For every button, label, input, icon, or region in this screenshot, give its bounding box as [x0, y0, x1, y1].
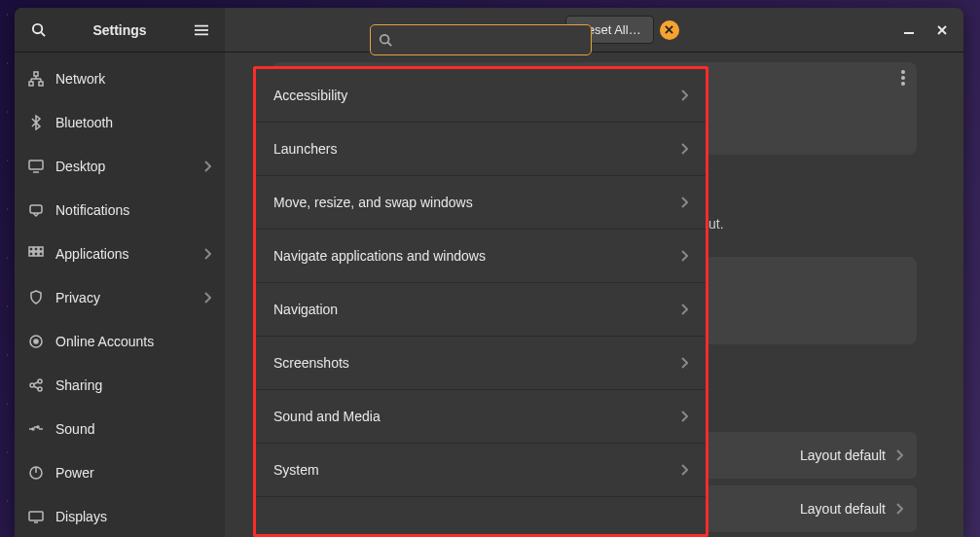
svg-rect-2	[195, 24, 208, 26]
chevron-right-icon	[895, 503, 903, 515]
chevron-right-icon	[203, 161, 211, 172]
category-row-navigation[interactable]: Navigation	[256, 283, 706, 337]
search-row	[241, 14, 720, 66]
svg-point-25	[38, 387, 42, 391]
sidebar-item-power[interactable]: Power	[15, 450, 225, 494]
minimize-button[interactable]	[895, 17, 923, 44]
svg-rect-18	[29, 252, 33, 256]
sidebar-item-label: Sound	[55, 421, 211, 437]
svg-rect-3	[195, 29, 208, 31]
svg-rect-20	[39, 252, 43, 256]
search-input[interactable]	[398, 32, 583, 48]
chevron-right-icon	[680, 411, 688, 422]
shortcut-categories-popover: Accessibility Launchers Move, resize, an…	[241, 8, 720, 537]
sidebar-item-online-accounts[interactable]: Online Accounts	[15, 319, 225, 363]
sidebar-item-privacy[interactable]: Privacy	[15, 275, 225, 319]
sidebar-item-desktop[interactable]: Desktop	[15, 144, 225, 188]
apps-icon	[28, 246, 44, 262]
sidebar-item-label: Network	[55, 71, 211, 87]
chevron-right-icon	[203, 292, 211, 304]
sidebar-item-label: Online Accounts	[55, 334, 211, 349]
category-label: Sound and Media	[273, 409, 680, 424]
displays-icon	[28, 509, 44, 524]
svg-point-31	[32, 428, 34, 430]
category-row-launchers[interactable]: Launchers	[256, 123, 706, 176]
svg-rect-17	[39, 247, 43, 251]
category-row-move-resize-and-swap-windows[interactable]: Move, resize, and swap windows	[256, 176, 706, 230]
search-icon	[31, 22, 46, 37]
chevron-right-icon	[680, 464, 688, 476]
sidebar-item-label: Desktop	[55, 159, 192, 174]
category-row-sound-and-media[interactable]: Sound and Media	[256, 390, 706, 444]
category-label: Navigate applications and windows	[273, 248, 680, 264]
sidebar-item-notifications[interactable]: Notifications	[15, 188, 225, 232]
notifications-icon	[28, 202, 44, 218]
sidebar-item-applications[interactable]: Applications	[15, 232, 225, 275]
kebab-menu-button[interactable]	[901, 70, 905, 86]
svg-point-42	[901, 70, 905, 74]
svg-rect-5	[29, 82, 33, 86]
kebab-icon	[901, 70, 905, 86]
sidebar: Settings Network Bluetooth Desktop Notif…	[15, 8, 225, 537]
search-input-wrap[interactable]	[370, 24, 592, 55]
layout-value: Layout default	[800, 501, 886, 517]
svg-point-45	[381, 35, 389, 44]
svg-rect-19	[34, 252, 38, 256]
sidebar-item-displays[interactable]: Displays	[15, 494, 225, 537]
category-label: Accessibility	[273, 88, 680, 103]
chevron-right-icon	[680, 197, 688, 208]
sidebar-title: Settings	[57, 22, 182, 38]
svg-rect-35	[29, 512, 43, 520]
svg-line-26	[34, 381, 39, 384]
sidebar-item-label: Sharing	[55, 377, 211, 393]
close-window-button[interactable]	[928, 17, 956, 44]
svg-rect-15	[29, 247, 33, 251]
sidebar-item-label: Displays	[55, 509, 211, 524]
chevron-right-icon	[895, 449, 903, 461]
hamburger-icon	[195, 23, 208, 37]
svg-line-46	[388, 43, 392, 47]
sidebar-item-sound[interactable]: Sound	[15, 407, 225, 450]
sidebar-item-label: Power	[55, 465, 211, 481]
power-icon	[28, 465, 44, 481]
chevron-right-icon	[680, 250, 688, 262]
layout-value: Layout default	[800, 448, 886, 463]
sidebar-item-label: Privacy	[55, 290, 192, 305]
svg-point-24	[38, 379, 42, 383]
chevron-right-icon	[680, 357, 688, 369]
svg-rect-6	[39, 82, 43, 86]
layout-row-2[interactable]: Layout default	[702, 485, 917, 532]
sidebar-item-network[interactable]: Network	[15, 56, 225, 100]
category-row-screenshots[interactable]: Screenshots	[256, 337, 706, 390]
minimize-icon	[904, 25, 914, 35]
chevron-right-icon	[680, 90, 688, 101]
close-icon	[937, 25, 947, 35]
chevron-right-icon	[680, 143, 688, 155]
svg-point-22	[34, 340, 38, 343]
sidebar-item-label: Applications	[55, 246, 192, 262]
chevron-right-icon	[203, 248, 211, 260]
svg-point-44	[901, 82, 905, 86]
category-label: System	[273, 462, 680, 478]
category-label: Screenshots	[273, 355, 680, 371]
hamburger-button[interactable]	[186, 15, 217, 46]
network-icon	[28, 71, 44, 87]
svg-point-43	[901, 76, 905, 80]
sidebar-header: Settings	[15, 8, 225, 53]
search-button[interactable]	[22, 15, 54, 46]
category-row-navigate-applications-and-windows[interactable]: Navigate applications and windows	[256, 230, 706, 283]
svg-rect-12	[29, 161, 43, 169]
category-row-accessibility[interactable]: Accessibility	[256, 69, 706, 123]
svg-point-32	[37, 426, 39, 428]
sidebar-item-label: Bluetooth	[55, 115, 211, 130]
sidebar-item-sharing[interactable]: Sharing	[15, 363, 225, 407]
category-list: Accessibility Launchers Move, resize, an…	[253, 66, 708, 537]
category-label: Launchers	[273, 141, 680, 157]
layout-row-1[interactable]: Layout default	[702, 432, 917, 479]
accounts-icon	[28, 334, 44, 349]
category-row-system[interactable]: System	[256, 444, 706, 497]
sidebar-item-label: Notifications	[55, 202, 211, 218]
sharing-icon	[28, 377, 44, 393]
svg-line-1	[41, 32, 45, 36]
sidebar-item-bluetooth[interactable]: Bluetooth	[15, 100, 225, 144]
